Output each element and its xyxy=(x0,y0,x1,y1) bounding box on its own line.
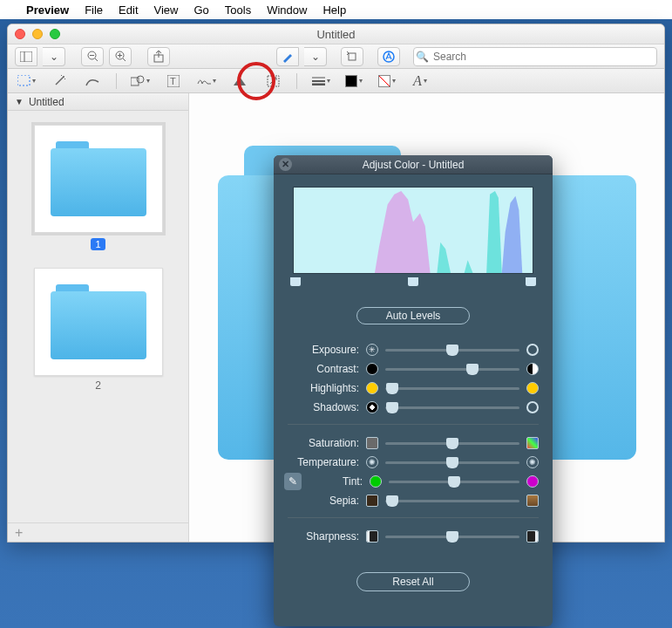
highlights-low-icon xyxy=(366,382,378,394)
page-number-label: 2 xyxy=(95,379,101,392)
menu-edit[interactable]: Edit xyxy=(119,3,138,17)
svg-rect-0 xyxy=(20,51,32,62)
adjust-color-tool[interactable] xyxy=(230,72,249,91)
selection-tool[interactable]: ▾ xyxy=(17,72,36,91)
auto-levels-button[interactable]: Auto Levels xyxy=(356,307,470,324)
menu-tools[interactable]: Tools xyxy=(225,3,251,17)
highlights-slider[interactable] xyxy=(385,387,519,390)
markup-icon xyxy=(383,51,395,63)
sepia-row: Sepia: xyxy=(288,491,539,510)
window-titlebar[interactable]: Untitled xyxy=(8,24,664,44)
sharpness-low-icon xyxy=(366,530,378,543)
search-input[interactable] xyxy=(413,47,657,66)
tint-eyedropper-button[interactable]: ✎ xyxy=(284,473,302,490)
selection-icon xyxy=(17,75,31,86)
tint-slider[interactable] xyxy=(389,481,519,483)
histogram xyxy=(293,187,533,274)
levels-mid-handle[interactable] xyxy=(408,277,418,286)
window-zoom-button[interactable] xyxy=(50,29,60,39)
sepia-high-icon xyxy=(526,495,539,507)
window-close-button[interactable] xyxy=(15,29,25,39)
app-menu[interactable]: Preview xyxy=(26,3,69,17)
share-icon xyxy=(153,51,164,63)
thumbnail-page-1[interactable] xyxy=(34,125,163,233)
text-style-tool[interactable]: A▾ xyxy=(411,72,430,91)
share-button[interactable] xyxy=(147,47,170,66)
levels-track[interactable] xyxy=(293,277,533,290)
contrast-slider[interactable] xyxy=(385,368,519,371)
toolbar-separator xyxy=(116,73,117,89)
shapes-tool[interactable]: ▾ xyxy=(131,72,150,91)
menu-go[interactable]: Go xyxy=(193,3,208,17)
fill-color-tool[interactable]: ▾ xyxy=(377,72,397,91)
sidebar-header[interactable]: ▼ Untitled xyxy=(8,93,188,111)
macos-menubar: Preview File Edit View Go Tools Window H… xyxy=(0,0,672,19)
shadows-slider[interactable] xyxy=(385,406,519,409)
rotate-button[interactable] xyxy=(341,47,363,66)
svg-line-4 xyxy=(95,58,98,61)
instant-alpha-tool[interactable] xyxy=(50,72,69,91)
menu-help[interactable]: Help xyxy=(322,3,346,17)
window-title: Untitled xyxy=(316,28,355,41)
panel-title: Adjust Color - Untitled xyxy=(363,159,465,171)
svg-line-8 xyxy=(123,58,126,61)
svg-point-19 xyxy=(137,76,144,83)
temperature-label: Temperature: xyxy=(288,456,359,468)
window-minimize-button[interactable] xyxy=(32,29,43,39)
highlighter-icon xyxy=(282,51,294,63)
contrast-label: Contrast: xyxy=(288,363,359,375)
menu-view[interactable]: View xyxy=(154,3,179,17)
svg-marker-27 xyxy=(375,191,431,273)
reset-all-button[interactable]: Reset All xyxy=(356,572,470,591)
contrast-low-icon xyxy=(366,363,378,375)
svg-marker-30 xyxy=(502,196,522,273)
sharpness-slider[interactable] xyxy=(385,536,519,538)
view-mode-dropdown[interactable]: ⌄ xyxy=(43,47,65,66)
line-style-tool[interactable]: ▾ xyxy=(311,72,330,91)
saturation-slider[interactable] xyxy=(385,442,519,445)
exposure-low-icon: ✳ xyxy=(366,344,378,356)
svg-line-17 xyxy=(64,78,65,79)
svg-rect-13 xyxy=(17,75,30,85)
sharpness-high-icon xyxy=(526,530,539,543)
panel-titlebar[interactable]: ✕ Adjust Color - Untitled xyxy=(274,155,553,174)
temperature-low-icon: ✺ xyxy=(366,456,378,468)
thumbnail-page-2[interactable] xyxy=(34,268,163,376)
view-mode-button[interactable] xyxy=(15,47,37,66)
menu-window[interactable]: Window xyxy=(267,3,307,17)
page-number-badge: 1 xyxy=(91,238,105,250)
highlight-button[interactable] xyxy=(276,47,299,66)
tint-high-icon xyxy=(526,475,539,488)
folder-icon xyxy=(51,141,146,216)
adjust-size-tool[interactable] xyxy=(263,72,282,91)
sketch-tool[interactable] xyxy=(83,72,102,91)
highlights-high-icon xyxy=(526,382,539,394)
add-page-button[interactable]: + xyxy=(15,525,23,541)
fill-color-swatch xyxy=(378,75,390,87)
sepia-label: Sepia: xyxy=(288,495,359,507)
panel-close-button[interactable]: ✕ xyxy=(279,158,292,171)
menu-file[interactable]: File xyxy=(85,3,103,17)
zoom-out-button[interactable] xyxy=(81,47,104,66)
sepia-slider[interactable] xyxy=(385,500,519,502)
saturation-low-icon xyxy=(366,437,378,449)
temperature-row: Temperature: ✺ ✺ xyxy=(288,453,539,472)
levels-white-handle[interactable] xyxy=(526,277,536,286)
exposure-slider[interactable] xyxy=(385,349,519,352)
levels-black-handle[interactable] xyxy=(290,277,301,286)
temperature-slider[interactable] xyxy=(385,461,519,464)
zoom-in-button[interactable] xyxy=(109,47,132,66)
line-weight-icon xyxy=(312,77,325,85)
adjust-color-panel[interactable]: ✕ Adjust Color - Untitled Auto Levels Ex… xyxy=(274,155,553,626)
zoom-out-icon xyxy=(87,51,98,62)
svg-line-14 xyxy=(56,77,64,85)
disclosure-triangle-icon[interactable]: ▼ xyxy=(15,97,24,106)
sign-tool[interactable]: ▾ xyxy=(197,72,216,91)
text-tool[interactable]: T xyxy=(164,72,183,91)
svg-rect-11 xyxy=(349,53,356,60)
markup-toolbar-button[interactable] xyxy=(377,47,400,66)
sharpness-row: Sharpness: xyxy=(288,527,539,546)
border-color-tool[interactable]: ▾ xyxy=(344,72,363,91)
resize-icon xyxy=(267,75,280,87)
highlight-dropdown[interactable]: ⌄ xyxy=(304,47,327,66)
